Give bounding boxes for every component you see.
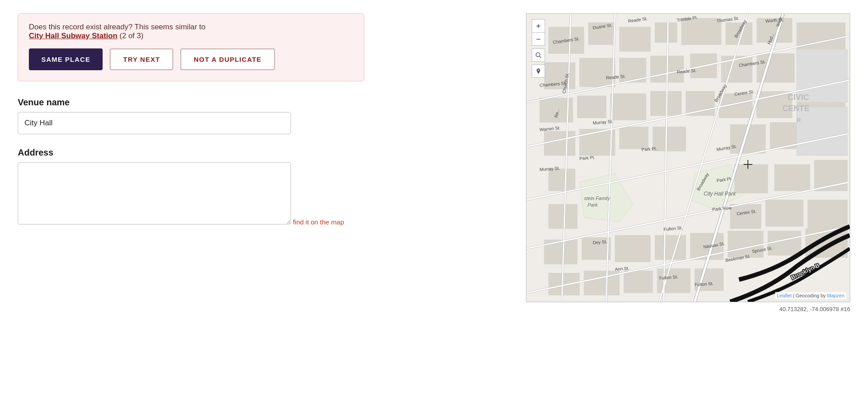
- svg-rect-50: [549, 273, 580, 295]
- try-next-button[interactable]: TRY NEXT: [110, 48, 173, 70]
- svg-rect-47: [728, 231, 764, 257]
- svg-rect-35: [735, 164, 768, 193]
- svg-rect-29: [619, 127, 648, 149]
- right-panel: Brooklyn B Chambers St. Duane St. Reade …: [382, 13, 850, 312]
- pin-location-button[interactable]: [532, 64, 545, 78]
- svg-rect-20: [577, 96, 606, 118]
- address-label: Address: [18, 148, 364, 158]
- leaflet-link[interactable]: Leaflet: [777, 293, 792, 298]
- map-coordinates: 40.713282, -74.006978 #16: [779, 306, 850, 312]
- svg-line-122: [540, 56, 542, 58]
- svg-rect-52: [624, 271, 653, 293]
- venue-name-input[interactable]: [18, 112, 291, 134]
- svg-point-121: [536, 53, 540, 57]
- svg-rect-36: [774, 164, 810, 191]
- duplicate-buttons: SAME PLACE TRY NEXT NOT A DUPLICATE: [29, 48, 353, 70]
- svg-text:stein Family: stein Family: [584, 196, 611, 201]
- svg-rect-30: [653, 127, 686, 151]
- duplicate-count: (2 of 3): [119, 32, 143, 40]
- svg-rect-34: [549, 169, 575, 191]
- address-input[interactable]: [18, 162, 291, 224]
- map-attribution: Leaflet | Geocoding by Mapzen: [775, 292, 846, 299]
- svg-text:Dey St.: Dey St.: [593, 239, 607, 245]
- svg-rect-56: [796, 107, 848, 156]
- svg-text:Ann St.: Ann St.: [615, 266, 629, 272]
- svg-text:Park: Park: [588, 202, 598, 208]
- duplicate-warning-text: Does this record exist already? This see…: [29, 23, 353, 40]
- map-container[interactable]: Brooklyn B Chambers St. Duane St. Reade …: [526, 13, 850, 302]
- find-on-map-link[interactable]: find it on the map: [293, 218, 344, 226]
- svg-point-123: [538, 70, 539, 71]
- svg-text:City Hall Park: City Hall Park: [704, 191, 736, 197]
- svg-rect-27: [544, 131, 575, 156]
- search-map-button[interactable]: [532, 48, 545, 62]
- svg-text:CIVIC: CIVIC: [788, 93, 809, 102]
- pin-icon: [535, 68, 542, 74]
- duplicate-warning-box: Does this record exist already? This see…: [18, 13, 364, 81]
- svg-rect-23: [686, 91, 715, 116]
- svg-rect-7: [681, 18, 721, 45]
- zoom-out-button[interactable]: −: [532, 32, 545, 46]
- zoom-in-button[interactable]: +: [532, 19, 545, 32]
- search-icon: [535, 52, 542, 58]
- svg-text:CENTE: CENTE: [782, 104, 809, 113]
- map-controls: + −: [532, 19, 545, 78]
- svg-rect-53: [657, 268, 690, 293]
- warning-prefix: Does this record exist already? This see…: [29, 23, 205, 31]
- svg-rect-12: [580, 58, 615, 87]
- svg-text:R: R: [796, 117, 801, 124]
- svg-rect-5: [619, 27, 650, 52]
- svg-rect-38: [549, 204, 577, 229]
- svg-rect-44: [615, 235, 651, 262]
- svg-rect-6: [655, 23, 677, 43]
- svg-rect-21: [611, 93, 646, 120]
- not-duplicate-button[interactable]: NOT A DUPLICATE: [180, 48, 275, 70]
- geocoding-attribution: Geocoding by: [796, 293, 827, 298]
- svg-rect-41: [808, 200, 848, 229]
- svg-rect-39: [730, 204, 761, 229]
- mapzen-link[interactable]: Mapzen: [827, 293, 844, 298]
- left-panel: Does this record exist already? This see…: [18, 13, 364, 226]
- venue-name-label: Venue name: [18, 97, 364, 108]
- duplicate-link[interactable]: City Hall Subway Station: [29, 32, 117, 40]
- svg-rect-45: [655, 235, 686, 260]
- svg-rect-40: [765, 200, 803, 227]
- same-place-button[interactable]: SAME PLACE: [29, 48, 103, 70]
